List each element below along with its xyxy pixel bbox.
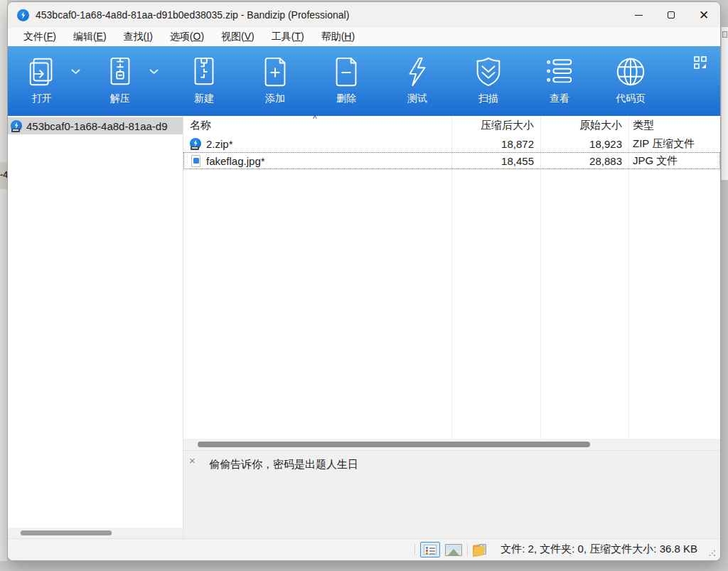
tree-horizontal-scrollbar[interactable]: [8, 528, 183, 538]
file-list-panel: ^ 名称 压缩后大小 原始大小 类型 2.zip*: [183, 116, 720, 538]
maximize-button[interactable]: [655, 2, 687, 28]
title-bar[interactable]: 453bcaf0-1a68-4a8d-81aa-d91b0ed38035.zip…: [8, 2, 720, 28]
list-header-row: ^ 名称 压缩后大小 原始大小 类型: [183, 116, 720, 135]
maximize-icon: [668, 11, 675, 18]
details-view-toggle[interactable]: [420, 542, 440, 557]
column-header-original[interactable]: 原始大小: [540, 119, 628, 132]
menu-tools[interactable]: 工具(T): [264, 29, 311, 45]
new-archive-icon: [187, 55, 221, 89]
zip-archive-icon: [11, 120, 23, 132]
archive-tree-panel: 453bcaf0-1a68-4a8d-81aa-d9: [8, 116, 183, 538]
scan-shield-icon: [471, 55, 505, 89]
toolbar-scan-button[interactable]: 扫描: [466, 55, 511, 105]
menu-options[interactable]: 选项(O): [163, 29, 211, 45]
file-compressed-size: 18,455: [451, 155, 540, 167]
tree-item-archive-root[interactable]: 453bcaf0-1a68-4a8d-81aa-d9: [8, 117, 183, 134]
toolbar-open-dropdown[interactable]: [65, 55, 86, 89]
open-archive-icon: [25, 55, 59, 89]
menu-find[interactable]: 查找(I): [117, 29, 160, 45]
menu-bar: 文件(F) 编辑(E) 查找(I) 选项(O) 视图(V) 工具(T) 帮助(H…: [8, 28, 720, 46]
status-bar: 文件: 2, 文件夹: 0, 压缩文件大小: 36.8 KB: [8, 538, 720, 560]
column-header-name[interactable]: 名称: [183, 119, 451, 132]
menu-help[interactable]: 帮助(H): [314, 29, 362, 45]
statusbar-controls: [414, 539, 488, 560]
background-small-icon: [722, 31, 727, 38]
list-horizontal-scrollbar[interactable]: [183, 439, 720, 450]
archive-comment-text: 偷偷告诉你，密码是出题人生日: [209, 458, 358, 471]
close-icon: ✕: [699, 9, 709, 21]
archive-comment-panel: × 偷偷告诉你，密码是出题人生日: [183, 450, 720, 538]
column-header-compressed[interactable]: 压缩后大小: [451, 119, 540, 132]
delete-file-icon: [329, 55, 363, 89]
open-folder-icon[interactable]: [473, 543, 488, 556]
file-type: JPG 文件: [628, 154, 720, 168]
background-window-strip-left: [0, 0, 7, 561]
file-row-2zip[interactable]: 2.zip* 18,872 18,923 ZIP 压缩文件: [183, 135, 720, 152]
column-header-type[interactable]: 类型: [628, 119, 720, 132]
bandizip-window: 453bcaf0-1a68-4a8d-81aa-d91b0ed38035.zip…: [7, 1, 721, 561]
view-list-icon: [542, 55, 577, 89]
preview-view-toggle[interactable]: [445, 544, 462, 556]
extract-icon: [103, 55, 137, 89]
tree-item-label: 453bcaf0-1a68-4a8d-81aa-d9: [26, 120, 168, 132]
minimize-icon: [635, 15, 643, 16]
comment-close-icon[interactable]: ×: [189, 455, 196, 466]
jpg-file-icon: [190, 155, 202, 167]
sort-ascending-icon: ^: [313, 116, 317, 124]
close-button[interactable]: ✕: [687, 2, 720, 28]
background-window-strip-right: [721, 27, 728, 180]
separator: [467, 544, 468, 555]
file-original-size: 18,923: [540, 138, 628, 150]
toolbar-view-button[interactable]: 查看: [537, 55, 582, 105]
minimize-button[interactable]: [622, 2, 655, 28]
content-area: 453bcaf0-1a68-4a8d-81aa-d9 ^ 名称 压缩后大小 原始…: [8, 116, 720, 538]
statusbar-summary: 文件: 2, 文件夹: 0, 压缩文件大小: 36.8 KB: [500, 543, 697, 556]
add-file-icon: [258, 55, 292, 89]
menu-file[interactable]: 文件(F): [16, 29, 63, 45]
file-type: ZIP 压缩文件: [628, 137, 720, 151]
window-title: 453bcaf0-1a68-4a8d-81aa-d91b0ed38035.zip…: [36, 9, 349, 21]
list-scrollbar-thumb[interactable]: [198, 442, 590, 447]
toolbar-customize-button[interactable]: [694, 56, 707, 70]
resize-grip[interactable]: [709, 550, 715, 556]
file-row-fakeflag[interactable]: fakeflag.jpg* 18,455 28,883 JPG 文件: [183, 152, 720, 169]
window-controls: ✕: [622, 2, 720, 28]
menu-view[interactable]: 视图(V): [214, 29, 262, 45]
toolbar-add-button[interactable]: 添加: [252, 55, 298, 105]
toolbar-delete-button[interactable]: 删除: [323, 55, 369, 105]
toolbar: 打开 解压: [8, 46, 720, 116]
menu-edit[interactable]: 编辑(E): [66, 29, 114, 45]
toolbar-new-button[interactable]: 新建: [181, 55, 227, 105]
zip-archive-icon: [190, 138, 202, 150]
test-lightning-icon: [400, 55, 434, 89]
toolbar-extract-button[interactable]: 解压: [97, 55, 143, 105]
tree-scrollbar-thumb[interactable]: [21, 530, 112, 535]
toolbar-test-button[interactable]: 测试: [395, 55, 440, 105]
background-clipped-text: -4: [0, 169, 7, 180]
bandizip-logo-icon: [17, 9, 29, 21]
separator: [414, 544, 415, 555]
details-view-icon: [424, 545, 437, 555]
codepage-globe-icon: [614, 55, 648, 89]
toolbar-extract-dropdown[interactable]: [143, 55, 164, 89]
toolbar-codepage-button[interactable]: 代码页: [608, 55, 653, 105]
file-original-size: 28,883: [540, 155, 628, 167]
file-name: fakeflag.jpg*: [206, 155, 265, 167]
toolbar-open-button[interactable]: 打开: [19, 55, 65, 105]
file-list: ^ 名称 压缩后大小 原始大小 类型 2.zip*: [183, 116, 720, 439]
file-name: 2.zip*: [206, 138, 233, 150]
tree-empty-space: [8, 134, 183, 528]
file-compressed-size: 18,872: [451, 138, 540, 150]
